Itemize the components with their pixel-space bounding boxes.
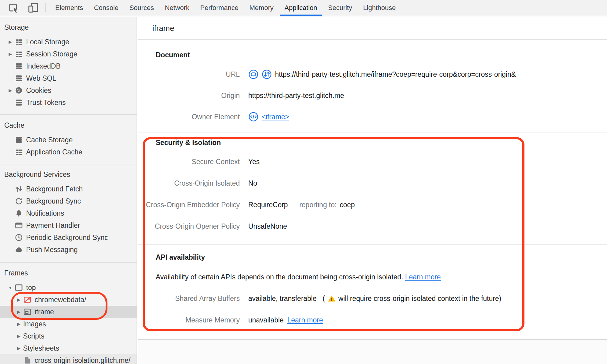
database-icon: [15, 98, 23, 107]
measure-memory-value: unavailable: [248, 316, 283, 324]
chevron-right-icon[interactable]: ▶: [16, 297, 22, 302]
tab-performance[interactable]: Performance: [195, 0, 244, 16]
origin-row: Origin https://third-party-test.glitch.m…: [138, 85, 607, 106]
tab-memory[interactable]: Memory: [244, 0, 279, 16]
tab-network[interactable]: Network: [159, 0, 195, 16]
section-divider: [138, 133, 607, 133]
sab-value: available, transferable: [248, 295, 317, 303]
chevron-down-icon[interactable]: ▼: [7, 285, 13, 290]
tab-elements[interactable]: Elements: [50, 0, 89, 16]
sidebar-item-cache-storage[interactable]: Cache Storage: [0, 134, 137, 146]
sidebar-divider: [0, 262, 137, 263]
device-toolbar-icon[interactable]: [27, 2, 39, 14]
sidebar-item-indexeddb[interactable]: IndexedDB: [0, 60, 137, 72]
secure-context-row: Secure Context Yes: [138, 151, 607, 172]
owner-element-link[interactable]: <iframe>: [262, 113, 289, 121]
frame-error-icon: [23, 295, 32, 304]
measure-memory-row: Measure Memory unavailable Learn more: [138, 309, 607, 331]
chevron-right-icon[interactable]: ▶: [16, 346, 22, 351]
table-icon: [15, 38, 23, 46]
sidebar-item-background-fetch[interactable]: Background Fetch: [0, 183, 137, 195]
page-title: iframe: [138, 17, 607, 40]
sidebar-item-frame-iframe[interactable]: ▶ iframe: [0, 306, 137, 318]
empty-area: [138, 340, 607, 364]
sidebar-item-periodic-background-sync[interactable]: Periodic Background Sync: [0, 231, 137, 244]
document-section-heading: Document: [156, 50, 190, 59]
owner-element-label: Owner Element: [138, 113, 240, 121]
sidebar-item-application-cache[interactable]: Application Cache: [0, 146, 137, 158]
shared-array-buffers-row: Shared Array Buffers available, transfer…: [138, 288, 607, 309]
measure-memory-learn-more-link[interactable]: Learn more: [287, 316, 323, 324]
table-icon: [15, 50, 23, 58]
secure-context-value: Yes: [248, 158, 260, 166]
sidebar-item-trust-tokens[interactable]: Trust Tokens: [0, 96, 137, 109]
chevron-right-icon[interactable]: ▶: [16, 334, 22, 339]
warning-icon: [327, 294, 336, 303]
section-title-frames: Frames: [0, 267, 137, 279]
chevron-right-icon[interactable]: ▶: [16, 322, 22, 326]
chevron-right-icon[interactable]: ▶: [7, 39, 13, 44]
sidebar-item-local-storage[interactable]: ▶ Local Storage: [0, 36, 137, 48]
toolbar-separator: [45, 3, 46, 12]
tab-sources[interactable]: Sources: [124, 0, 159, 16]
sidebar-item-frame-top[interactable]: ▼ top: [0, 281, 137, 294]
origin-label: Origin: [138, 92, 240, 100]
sab-warning-note: ( will require cross-origin isolated con…: [323, 294, 501, 303]
api-section-heading: API availability: [156, 253, 205, 262]
table-icon: [15, 148, 23, 156]
cookie-icon: [15, 86, 23, 95]
coep-reporting-label: reporting to:: [299, 201, 337, 209]
sidebar-item-session-storage[interactable]: ▶ Session Storage: [0, 48, 137, 60]
sidebar-item-images[interactable]: ▶ Images: [0, 318, 137, 330]
document-icon: [23, 356, 32, 364]
sidebar-item-payment-handler[interactable]: Payment Handler: [0, 219, 137, 231]
cloud-icon: [15, 245, 23, 254]
sidebar-item-background-sync[interactable]: Background Sync: [0, 195, 137, 207]
owner-element-row: Owner Element <iframe>: [138, 106, 607, 127]
reveal-resource-icon[interactable]: [248, 69, 259, 79]
cross-origin-isolated-value: No: [248, 179, 257, 187]
url-row: URL https://third-party-test.glitch.me/i…: [138, 64, 607, 85]
sidebar-item-stylesheets[interactable]: ▶ Stylesheets: [0, 342, 137, 354]
url-value: https://third-party-test.glitch.me/ifram…: [275, 70, 516, 79]
sidebar-item-push-messaging[interactable]: Push Messaging: [0, 244, 137, 256]
database-icon: [15, 136, 23, 144]
tab-security[interactable]: Security: [323, 0, 358, 16]
cross-origin-isolated-row: Cross-Origin Isolated No: [138, 173, 607, 194]
application-sidebar: Storage ▶ Local Storage ▶ Session Storag…: [0, 17, 137, 364]
code-icon[interactable]: [248, 112, 259, 122]
url-label: URL: [138, 70, 240, 79]
sidebar-divider: [0, 164, 137, 164]
chevron-right-icon[interactable]: ▶: [7, 52, 13, 56]
sidebar-item-cookies[interactable]: ▶ Cookies: [0, 84, 137, 96]
bell-icon: [15, 209, 23, 217]
section-title-background-services: Background Services: [0, 168, 137, 180]
inspect-element-icon[interactable]: [8, 2, 20, 14]
section-title-storage: Storage: [0, 21, 137, 33]
sidebar-section-cache: Cache Cache Storage Application Cache: [0, 119, 137, 158]
iframe-icon: [23, 308, 32, 316]
sidebar-section-frames: Frames ▼ top ▶ chromewebdata/ ▶ iframe ▶…: [0, 267, 137, 364]
sidebar-item-notifications[interactable]: Notifications: [0, 207, 137, 219]
tab-application[interactable]: Application: [279, 0, 323, 16]
coep-value: RequireCorp: [248, 201, 288, 209]
sidebar-section-storage: Storage ▶ Local Storage ▶ Session Storag…: [0, 21, 137, 109]
tab-console[interactable]: Console: [89, 0, 124, 16]
sync-icon: [15, 197, 23, 205]
sidebar-item-web-sql[interactable]: Web SQL: [0, 72, 137, 84]
sidebar-item-cross-origin-isolation[interactable]: cross-origin-isolation.glitch.me/: [0, 354, 137, 364]
section-divider: [138, 244, 607, 245]
card-icon: [15, 221, 23, 230]
origin-value: https://third-party-test.glitch.me: [248, 92, 344, 100]
fetch-arrows-icon: [15, 185, 23, 193]
show-network-requests-icon[interactable]: [262, 69, 272, 79]
sidebar-item-scripts[interactable]: ▶ Scripts: [0, 330, 137, 342]
chevron-right-icon[interactable]: ▶: [7, 88, 13, 93]
api-learn-more-link[interactable]: Learn more: [405, 273, 441, 281]
tab-lighthouse[interactable]: Lighthouse: [358, 0, 401, 16]
clock-icon: [15, 233, 23, 242]
coop-row: Cross-Origin Opener Policy UnsafeNone: [138, 216, 607, 237]
chevron-right-icon[interactable]: ▶: [16, 309, 22, 314]
sidebar-item-frame-chromewebdata[interactable]: ▶ chromewebdata/: [0, 294, 137, 306]
database-icon: [15, 74, 23, 83]
